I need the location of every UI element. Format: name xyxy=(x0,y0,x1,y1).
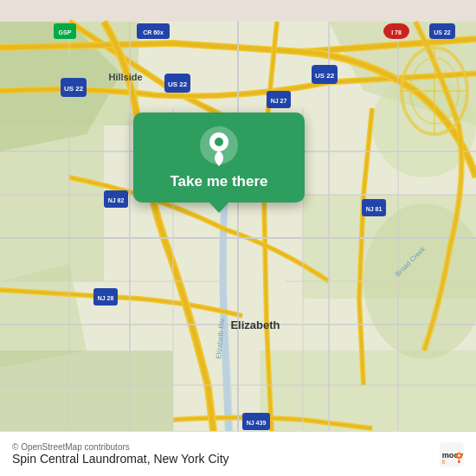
svg-text:NJ 82: NJ 82 xyxy=(108,197,125,203)
svg-text:NJ 27: NJ 27 xyxy=(271,98,287,104)
svg-text:US 22: US 22 xyxy=(434,29,451,35)
svg-text:I 78: I 78 xyxy=(391,29,402,35)
map-attribution: © OpenStreetMap contributors xyxy=(12,442,229,452)
svg-text:NJ 439: NJ 439 xyxy=(247,420,267,426)
map-container: US 22 US 22 US 22 NJ 27 NJ 82 NJ 81 NJ 2… xyxy=(0,0,476,476)
bottom-info-bar: © OpenStreetMap contributors Spin Centra… xyxy=(0,431,476,476)
svg-text:Hillside: Hillside xyxy=(108,72,142,82)
svg-text:US 22: US 22 xyxy=(168,80,188,88)
svg-point-60 xyxy=(215,138,223,146)
map-background: US 22 US 22 US 22 NJ 27 NJ 82 NJ 81 NJ 2… xyxy=(0,0,476,476)
svg-text:NJ 28: NJ 28 xyxy=(98,295,114,301)
navigation-popup[interactable]: Take me there xyxy=(133,113,305,203)
location-title: Spin Central Laundromat, New York City xyxy=(12,452,229,466)
location-pin-icon xyxy=(198,125,240,166)
svg-text:Elizabeth: Elizabeth xyxy=(230,318,280,331)
svg-text:it: it xyxy=(442,459,445,465)
svg-point-65 xyxy=(458,454,460,457)
take-me-there-button[interactable]: Take me there xyxy=(170,173,267,190)
moovit-icon: moov it xyxy=(440,442,464,466)
svg-rect-2 xyxy=(0,125,104,281)
moovit-logo: moov it xyxy=(440,442,464,466)
svg-text:CR 60x: CR 60x xyxy=(143,29,164,35)
svg-text:NJ 81: NJ 81 xyxy=(366,206,383,212)
svg-text:US 22: US 22 xyxy=(64,85,84,93)
svg-text:US 22: US 22 xyxy=(315,72,335,80)
location-info: © OpenStreetMap contributors Spin Centra… xyxy=(12,442,229,466)
svg-text:GSP: GSP xyxy=(59,29,72,35)
